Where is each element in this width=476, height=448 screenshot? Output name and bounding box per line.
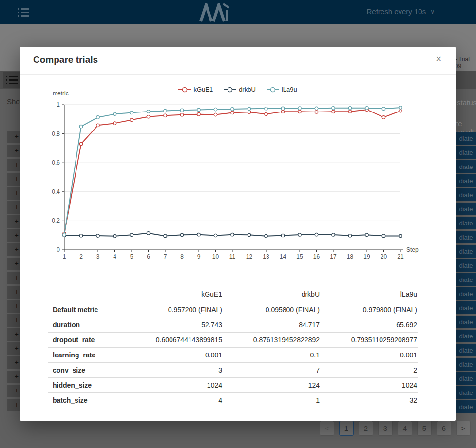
metric-line-chart: metric00.20.40.60.8112345678910111213141…: [44, 88, 429, 265]
comparison-row: hidden_size10241241024: [48, 377, 418, 392]
row-label: learning_rate: [48, 347, 140, 362]
svg-text:0.4: 0.4: [52, 188, 60, 195]
row-value: 124: [223, 377, 321, 392]
close-icon[interactable]: ✕: [436, 56, 442, 63]
row-label: batch_size: [48, 392, 140, 408]
svg-text:1: 1: [57, 101, 60, 108]
svg-text:8: 8: [180, 253, 184, 260]
svg-text:6: 6: [147, 253, 150, 260]
row-label: dropout_rate: [48, 332, 140, 347]
svg-text:20: 20: [381, 253, 387, 260]
svg-text:19: 19: [363, 253, 370, 260]
row-value: 84.717: [223, 317, 321, 332]
svg-text:2: 2: [79, 253, 83, 260]
comparison-table: kGuE1drkbUlLa9u Default metric0.957200 (…: [48, 286, 418, 408]
row-value: 0.957200 (FINAL): [140, 302, 223, 317]
legend-marker-icon: [267, 86, 279, 93]
svg-text:10: 10: [212, 253, 219, 260]
svg-text:0.8: 0.8: [52, 131, 60, 137]
svg-text:0.6: 0.6: [52, 159, 60, 166]
legend-marker-icon: [178, 86, 191, 93]
svg-text:12: 12: [246, 253, 253, 260]
comparison-row: duration52.74384.71765.692: [48, 317, 418, 332]
row-label: conv_size: [48, 362, 140, 377]
comparison-row: learning_rate0.0010.10.001: [48, 347, 418, 362]
row-label: hidden_size: [48, 377, 140, 392]
row-label: Default metric: [48, 302, 140, 317]
svg-text:Step: Step: [406, 246, 419, 253]
row-label: duration: [48, 317, 140, 332]
row-value: 0.7935110259208977: [321, 332, 418, 347]
chart-legend: kGuE1drkbUlLa9u: [20, 86, 456, 93]
svg-text:5: 5: [130, 253, 133, 260]
svg-text:18: 18: [347, 253, 354, 260]
svg-text:21: 21: [397, 253, 404, 260]
legend-item-lLa9u[interactable]: lLa9u: [267, 86, 297, 93]
legend-item-kGuE1[interactable]: kGuE1: [178, 86, 213, 93]
row-value: 0.001: [140, 347, 223, 362]
row-value: 0.1: [223, 347, 321, 362]
svg-text:15: 15: [296, 253, 303, 260]
comparison-table-body: Default metric0.957200 (FINAL)0.095800 (…: [48, 302, 418, 408]
row-value: 52.743: [140, 317, 223, 332]
comparison-row: conv_size372: [48, 362, 418, 377]
svg-text:16: 16: [313, 253, 320, 260]
comparison-table-head: kGuE1drkbUlLa9u: [48, 286, 418, 302]
blank-header-cell: [48, 286, 140, 302]
row-value: 32: [321, 392, 418, 408]
comparison-row: Default metric0.957200 (FINAL)0.095800 (…: [48, 302, 418, 317]
modal-title: Compare trials: [33, 55, 98, 65]
svg-text:4: 4: [113, 253, 116, 260]
row-value: 0.979800 (FINAL): [321, 302, 418, 317]
row-value: 1024: [321, 377, 418, 392]
svg-text:14: 14: [280, 253, 286, 260]
row-value: 2: [321, 362, 418, 377]
svg-text:3: 3: [96, 253, 100, 260]
comparison-row: dropout_rate0.60067441438998150.87613194…: [48, 332, 418, 347]
legend-label: lLa9u: [282, 86, 297, 93]
svg-text:13: 13: [263, 253, 269, 260]
svg-text:0: 0: [57, 246, 60, 253]
row-value: 0.6006744143899815: [140, 332, 223, 347]
row-value: 0.8761319452822892: [223, 332, 321, 347]
compare-trials-modal: Compare trials ✕ kGuE1drkbUlLa9u metric0…: [20, 47, 456, 421]
svg-text:7: 7: [164, 253, 167, 260]
svg-text:17: 17: [330, 253, 337, 260]
trial-column-header: lLa9u: [321, 286, 418, 302]
legend-label: kGuE1: [193, 86, 213, 93]
row-value: 4: [140, 392, 223, 408]
svg-text:9: 9: [197, 253, 201, 260]
legend-marker-icon: [224, 86, 236, 93]
trial-column-header: drkbU: [223, 286, 321, 302]
row-value: 1024: [140, 377, 223, 392]
legend-item-drkbU[interactable]: drkbU: [224, 86, 256, 93]
comparison-header-row: kGuE1drkbUlLa9u: [48, 286, 418, 302]
row-value: 65.692: [321, 317, 418, 332]
legend-label: drkbU: [239, 86, 256, 93]
row-value: 3: [140, 362, 223, 377]
row-value: 1: [223, 392, 321, 408]
svg-text:0.2: 0.2: [52, 217, 60, 224]
comparison-row: batch_size4132: [48, 392, 418, 408]
row-value: 7: [223, 362, 321, 377]
svg-text:1: 1: [63, 253, 66, 260]
svg-text:11: 11: [229, 253, 236, 260]
trial-column-header: kGuE1: [140, 286, 223, 302]
row-value: 0.095800 (FINAL): [223, 302, 321, 317]
modal-divider: [20, 74, 456, 75]
row-value: 0.001: [321, 347, 418, 362]
